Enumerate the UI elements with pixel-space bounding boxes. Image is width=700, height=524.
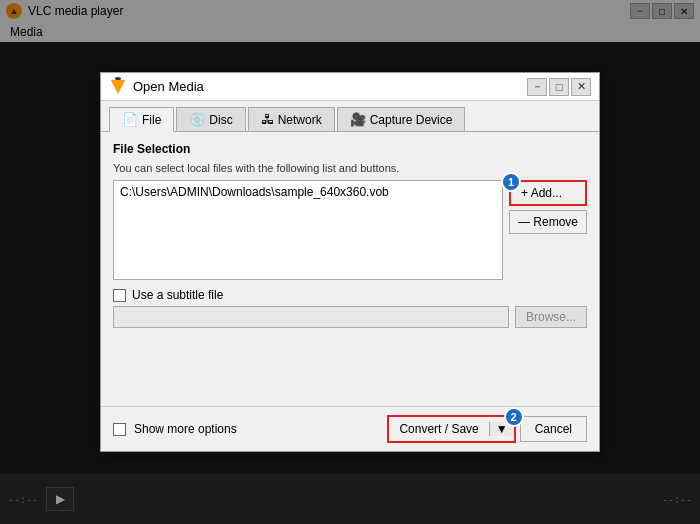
dialog-footer: Show more options 2 Convert / Save ▼ Can… bbox=[101, 406, 599, 451]
file-selection-title: File Selection bbox=[113, 142, 587, 156]
add-button-label: + Add... bbox=[521, 186, 562, 200]
dialog-close-button[interactable]: ✕ bbox=[571, 78, 591, 96]
tab-capture-device[interactable]: 🎥 Capture Device bbox=[337, 107, 466, 131]
subtitle-checkbox[interactable] bbox=[113, 289, 126, 302]
tab-network-label: Network bbox=[278, 113, 322, 127]
tab-disc[interactable]: 💿 Disc bbox=[176, 107, 245, 131]
file-selection-desc: You can select local files with the foll… bbox=[113, 162, 587, 174]
subtitle-input-row: Browse... bbox=[113, 306, 587, 328]
dialog-titlebar: Open Media － □ ✕ bbox=[101, 73, 599, 101]
dialog-title: Open Media bbox=[133, 79, 527, 94]
tab-network[interactable]: 🖧 Network bbox=[248, 107, 335, 131]
disc-tab-icon: 💿 bbox=[189, 112, 205, 127]
tab-file[interactable]: 📄 File bbox=[109, 107, 174, 132]
file-area: C:\Users\ADMIN\Downloads\sample_640x360.… bbox=[113, 180, 587, 280]
convert-save-label: Convert / Save bbox=[389, 422, 488, 436]
file-list[interactable]: C:\Users\ADMIN\Downloads\sample_640x360.… bbox=[113, 180, 503, 280]
dialog-window-controls: － □ ✕ bbox=[527, 78, 591, 96]
convert-badge: 2 bbox=[504, 407, 524, 427]
browse-button[interactable]: Browse... bbox=[515, 306, 587, 328]
subtitle-label: Use a subtitle file bbox=[132, 288, 223, 302]
subtitle-input[interactable] bbox=[113, 306, 509, 328]
remove-button[interactable]: — Remove bbox=[509, 210, 587, 234]
open-media-dialog: Open Media － □ ✕ 📄 File 💿 Disc 🖧 Network bbox=[100, 72, 600, 452]
show-more-checkbox[interactable] bbox=[113, 423, 126, 436]
modal-overlay: Open Media － □ ✕ 📄 File 💿 Disc 🖧 Network bbox=[0, 0, 700, 524]
tab-capture-label: Capture Device bbox=[370, 113, 453, 127]
show-more-label: Show more options bbox=[134, 422, 237, 436]
tab-file-label: File bbox=[142, 113, 161, 127]
file-tab-icon: 📄 bbox=[122, 112, 138, 127]
cancel-button[interactable]: Cancel bbox=[520, 416, 587, 442]
remove-button-label: — Remove bbox=[518, 215, 578, 229]
subtitle-row: Use a subtitle file bbox=[113, 288, 587, 302]
vlc-cone-icon bbox=[111, 80, 125, 94]
dialog-body: File Selection You can select local file… bbox=[101, 131, 599, 406]
list-item: C:\Users\ADMIN\Downloads\sample_640x360.… bbox=[120, 185, 496, 199]
add-badge: 1 bbox=[501, 172, 521, 192]
dialog-vlc-logo bbox=[109, 78, 127, 96]
convert-save-button[interactable]: 2 Convert / Save ▼ bbox=[387, 415, 515, 443]
file-buttons: 1 + Add... — Remove bbox=[509, 180, 587, 280]
capture-tab-icon: 🎥 bbox=[350, 112, 366, 127]
dialog-tabs: 📄 File 💿 Disc 🖧 Network 🎥 Capture Device bbox=[101, 101, 599, 131]
browse-button-label: Browse... bbox=[526, 310, 576, 324]
footer-right: 2 Convert / Save ▼ Cancel bbox=[387, 415, 587, 443]
cancel-label: Cancel bbox=[535, 422, 572, 436]
network-tab-icon: 🖧 bbox=[261, 112, 274, 127]
dialog-maximize-button[interactable]: □ bbox=[549, 78, 569, 96]
tab-disc-label: Disc bbox=[209, 113, 232, 127]
dialog-minimize-button[interactable]: － bbox=[527, 78, 547, 96]
add-button[interactable]: 1 + Add... bbox=[509, 180, 587, 206]
